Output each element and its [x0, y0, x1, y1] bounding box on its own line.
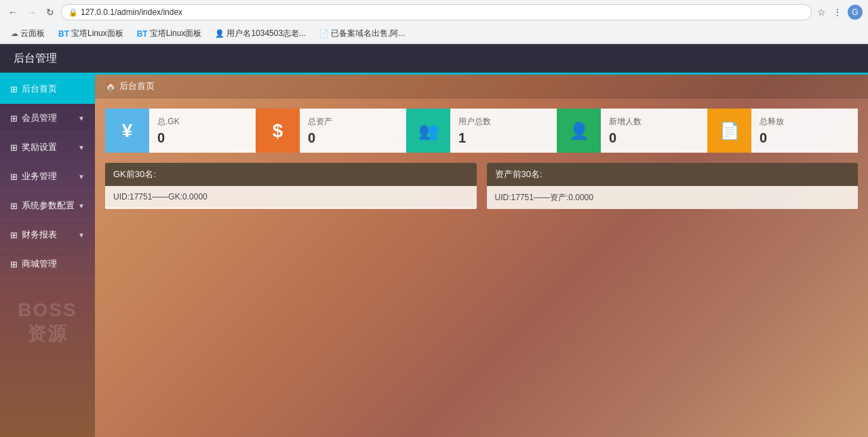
sidebar-item-sysconfig[interactable]: ⊞ 系统参数配置 ▼ [0, 191, 95, 221]
bookmarks-bar: ☁ 云面板 BT 宝塔Linux面板 BT 宝塔Linux面板 👤 用户名103… [0, 24, 868, 43]
release-icon-box: 📄 [707, 109, 751, 153]
assets-info: 总资产 0 [300, 111, 406, 151]
gk-table: GK前30名: UID:17751——GK:0.0000 [105, 163, 477, 209]
yunmianban-icon: ☁ [11, 29, 18, 38]
sidebar-item-home[interactable]: ⊞ 后台首页 [0, 75, 95, 104]
group-icon: 👥 [418, 121, 439, 140]
domain-icon: 📄 [319, 29, 329, 38]
rewards-icon: ⊞ [10, 142, 18, 153]
release-info: 总释放 0 [751, 111, 858, 151]
sidebar-item-label: 会员管理 [22, 112, 57, 124]
release-value: 0 [760, 130, 850, 146]
sidebar-item-label: 系统参数配置 [22, 200, 75, 212]
new-users-icon-box: 👤 [557, 109, 601, 153]
bookmark-bt2[interactable]: BT 宝塔Linux面板 [132, 26, 208, 41]
dollar-icon: $ [273, 120, 283, 142]
chevron-down-icon: ▼ [78, 173, 85, 180]
sidebar-item-members[interactable]: ⊞ 会员管理 ▼ [0, 104, 95, 133]
breadcrumb-current: 后台首页 [119, 80, 155, 92]
sysconfig-icon: ⊞ [10, 201, 18, 211]
chevron-down-icon: ▼ [78, 231, 85, 239]
bookmark-label: 云面板 [20, 28, 45, 39]
profile-avatar[interactable]: G [848, 5, 863, 20]
shop-icon: ⊞ [10, 259, 18, 269]
bt1-icon: BT [58, 29, 69, 39]
assets-table: 资产前30名: UID:17751——资产:0.0000 [487, 163, 859, 209]
yen-icon: ¥ [122, 120, 133, 142]
stat-card-new-users: 👤 新增人数 0 [557, 109, 707, 153]
browser-actions: ☆ ⋮ G [816, 5, 863, 20]
sidebar-item-label: 商城管理 [22, 258, 57, 270]
business-icon: ⊞ [10, 172, 18, 182]
assets-table-header: 资产前30名: [487, 163, 859, 186]
document-icon: 📄 [719, 121, 740, 140]
address-bar[interactable]: 🔒 127.0.0.1/admin/index/index [61, 4, 812, 20]
sidebar-item-label: 业务管理 [22, 170, 57, 183]
nav-back-button[interactable]: ← [5, 5, 20, 19]
bookmark-yunmianban[interactable]: ☁ 云面板 [5, 26, 50, 41]
sidebar: ⊞ 后台首页 ⊞ 会员管理 ▼ ⊞ 奖励设置 ▼ ⊞ 业务管理 ▼ ⊞ 系统参数… [0, 75, 95, 437]
chevron-down-icon: ▼ [78, 144, 85, 151]
breadcrumb-home-icon: 🏠 [105, 81, 116, 92]
finance-icon: ⊞ [10, 230, 18, 240]
gk-icon-box: ¥ [105, 109, 149, 153]
assets-label: 总资产 [308, 116, 398, 128]
bookmark-label: 已备案域名出售,阿... [331, 28, 405, 39]
stat-card-gk: ¥ 总.GK 0 [105, 109, 256, 153]
new-users-info: 新增人数 0 [601, 111, 707, 151]
app-header: 后台管理 [0, 44, 868, 75]
new-users-label: 新增人数 [609, 116, 699, 128]
stat-card-assets: $ 总资产 0 [256, 109, 406, 153]
watermark: BOSS 资源 [0, 279, 95, 367]
bookmark-label: 宝塔Linux面板 [71, 28, 123, 39]
address-lock-icon: 🔒 [68, 8, 78, 17]
sidebar-item-label: 财务报表 [22, 229, 57, 241]
bt2-icon: BT [137, 29, 148, 39]
sidebar-item-label: 后台首页 [22, 83, 57, 95]
members-icon: ⊞ [10, 113, 18, 124]
home-icon: ⊞ [10, 84, 18, 94]
assets-icon-box: $ [256, 109, 300, 153]
table-row: UID:17751——GK:0.0000 [105, 186, 477, 207]
sidebar-item-finance[interactable]: ⊞ 财务报表 ▼ [0, 221, 95, 250]
gk-label: 总.GK [157, 116, 248, 128]
gk-table-header: GK前30名: [105, 163, 477, 186]
stats-row: ¥ 总.GK 0 $ 总资产 0 👥 [95, 98, 868, 163]
bookmark-label: 宝塔Linux面板 [150, 28, 202, 39]
person-icon: 👤 [569, 121, 589, 140]
users-total-label: 用户总数 [458, 116, 549, 128]
address-text: 127.0.0.1/admin/index/index [81, 7, 182, 17]
bookmark-label: 用户名1034503志老... [226, 28, 306, 39]
users-total-icon-box: 👥 [406, 109, 450, 153]
gk-info: 总.GK 0 [149, 111, 256, 151]
assets-value: 0 [308, 130, 398, 146]
stat-card-release: 📄 总释放 0 [707, 109, 858, 153]
users-total-value: 1 [458, 130, 549, 146]
sidebar-item-shop[interactable]: ⊞ 商城管理 [0, 250, 95, 279]
app-body: ⊞ 后台首页 ⊞ 会员管理 ▼ ⊞ 奖励设置 ▼ ⊞ 业务管理 ▼ ⊞ 系统参数… [0, 75, 868, 437]
stat-card-users-total: 👥 用户总数 1 [406, 109, 557, 153]
chevron-down-icon: ▼ [78, 202, 85, 210]
release-label: 总释放 [760, 116, 850, 128]
user-icon: 👤 [215, 29, 224, 38]
new-users-value: 0 [609, 130, 699, 146]
bookmark-star-button[interactable]: ☆ [816, 5, 827, 19]
users-total-info: 用户总数 1 [450, 111, 557, 151]
app-title: 后台管理 [14, 52, 57, 66]
browser-menu-button[interactable]: ⋮ [831, 5, 844, 19]
bookmark-bt1[interactable]: BT 宝塔Linux面板 [53, 26, 129, 41]
main-content: 🏠 后台首页 ¥ 总.GK 0 $ 总资产 0 [95, 75, 868, 437]
bookmark-domain[interactable]: 📄 已备案域名出售,阿... [314, 26, 410, 41]
gk-value: 0 [157, 130, 248, 146]
chevron-down-icon: ▼ [78, 115, 85, 122]
nav-refresh-button[interactable]: ↻ [43, 5, 57, 19]
sidebar-item-label: 奖励设置 [22, 141, 57, 153]
bookmark-user[interactable]: 👤 用户名1034503志老... [210, 26, 311, 41]
breadcrumb-bar: 🏠 后台首页 [95, 75, 868, 98]
browser-chrome: ← → ↻ 🔒 127.0.0.1/admin/index/index ☆ ⋮ … [0, 0, 868, 44]
tables-row: GK前30名: UID:17751——GK:0.0000 资产前30名: UID… [95, 163, 868, 209]
nav-forward-button[interactable]: → [24, 5, 39, 19]
browser-toolbar: ← → ↻ 🔒 127.0.0.1/admin/index/index ☆ ⋮ … [0, 0, 868, 24]
sidebar-item-rewards[interactable]: ⊞ 奖励设置 ▼ [0, 133, 95, 162]
sidebar-item-business[interactable]: ⊞ 业务管理 ▼ [0, 162, 95, 191]
